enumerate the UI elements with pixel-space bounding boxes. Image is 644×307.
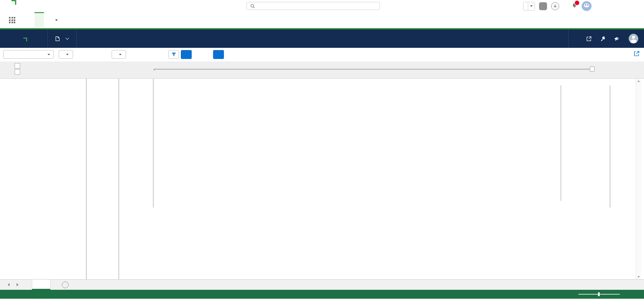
plan-toolbar — [0, 48, 644, 62]
filter-button[interactable] — [168, 50, 179, 59]
plan-version-select[interactable] — [3, 50, 54, 59]
scroll-down-icon[interactable] — [637, 276, 640, 278]
plan-user-avatar[interactable] — [629, 34, 638, 43]
nav-items — [34, 12, 58, 28]
document-icon — [56, 36, 60, 41]
utility-bar — [0, 0, 644, 12]
utility-icon-cluster — [523, 2, 592, 11]
nav-more-menu[interactable] — [53, 19, 58, 21]
gridline-b-c — [119, 79, 119, 279]
caret-down-icon — [119, 54, 122, 55]
select-caret-icon — [48, 54, 50, 55]
dashboard-menu[interactable] — [48, 29, 77, 48]
offerings-dropdown-button[interactable] — [112, 50, 126, 59]
plan-workspace-bar — [0, 29, 644, 48]
wrench-icon[interactable] — [600, 36, 606, 41]
caret-down-icon — [66, 54, 69, 55]
plan-bar-icons — [568, 29, 644, 48]
logo-bracket-icon — [11, 0, 16, 5]
column-outline-level-1[interactable] — [15, 63, 20, 69]
sheet-tab-plan[interactable] — [32, 280, 50, 290]
global-actions-button[interactable] — [539, 2, 547, 10]
sheet-next-icon[interactable] — [17, 283, 19, 286]
zoom-slider-thumb[interactable] — [598, 292, 600, 296]
nav-tab-plnr-active[interactable] — [34, 12, 44, 27]
app-launcher-icon[interactable] — [9, 17, 15, 23]
gridline-p-right — [610, 85, 610, 208]
sheet-prev-icon[interactable] — [8, 283, 10, 286]
outline-band — [0, 62, 644, 79]
chevron-down-icon — [65, 36, 69, 40]
collapse-columns-button[interactable] — [590, 67, 595, 71]
gridline-c-d — [153, 79, 153, 208]
plnr-logo-dark — [0, 29, 48, 48]
load-plan-button[interactable] — [181, 50, 192, 59]
zoom-controls — [574, 290, 640, 299]
add-sheet-button[interactable] — [62, 281, 69, 288]
filter-funnel-icon — [171, 52, 176, 57]
outline-bracket-line — [154, 69, 589, 69]
user-avatar[interactable] — [581, 1, 592, 11]
column-outline-level-2[interactable] — [15, 69, 20, 75]
scroll-up-icon[interactable] — [637, 80, 640, 82]
app-window — [0, 0, 644, 307]
notification-badge — [574, 0, 580, 6]
gridline-o-p — [561, 85, 561, 201]
open-external-icon[interactable] — [586, 36, 592, 41]
sheet-tab-bar — [0, 279, 644, 290]
global-search-input[interactable] — [247, 2, 380, 10]
spreadsheet-area — [0, 62, 644, 279]
vertical-scrollbar[interactable] — [636, 79, 641, 279]
favorites-button[interactable] — [523, 2, 535, 11]
trailhead-icon[interactable] — [551, 2, 559, 10]
zoom-slider[interactable] — [578, 294, 620, 295]
announcement-icon[interactable] — [614, 36, 620, 41]
gridline-a-b — [86, 79, 86, 279]
search-icon — [250, 4, 255, 8]
app-nav-bar — [0, 12, 644, 29]
submit-approval-button[interactable] — [213, 50, 224, 59]
notifications-button[interactable] — [572, 3, 577, 10]
logo-bracket-icon — [23, 38, 27, 41]
status-bar — [0, 290, 644, 299]
expand-external-icon[interactable] — [633, 50, 640, 58]
favorites-dropdown[interactable] — [528, 2, 535, 10]
more-caret-icon — [55, 19, 58, 21]
measures-dropdown-button[interactable] — [59, 50, 73, 59]
